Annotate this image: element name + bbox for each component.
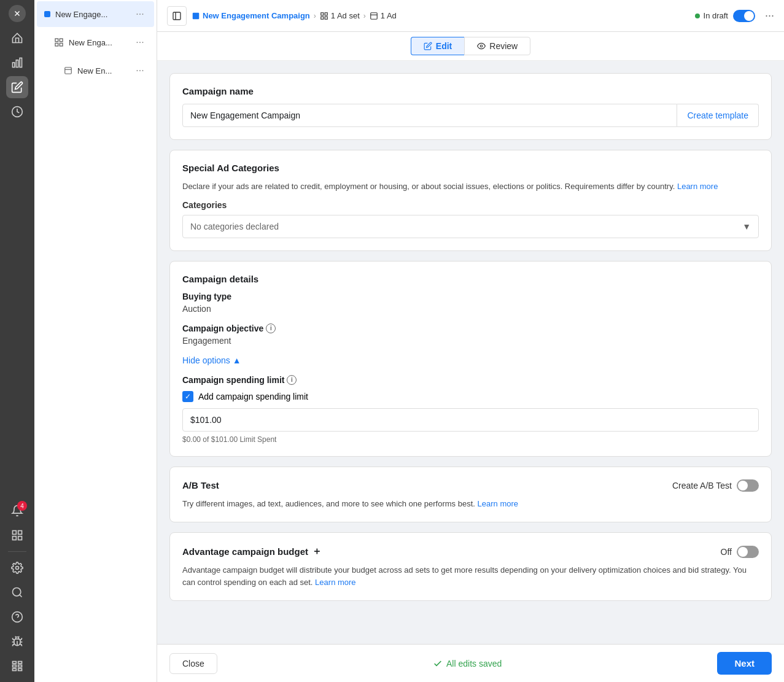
campaign-breadcrumb-icon bbox=[192, 12, 200, 20]
svg-rect-29 bbox=[193, 12, 200, 19]
saved-status: All edits saved bbox=[433, 659, 502, 668]
svg-rect-17 bbox=[13, 665, 17, 667]
review-tab[interactable]: Review bbox=[464, 37, 530, 55]
next-button[interactable]: Next bbox=[717, 652, 772, 675]
campaign-toggle[interactable] bbox=[733, 10, 755, 22]
adset-nav-icon bbox=[54, 37, 64, 47]
create-template-button[interactable]: Create template bbox=[677, 104, 759, 127]
topbar-more-button[interactable]: ··· bbox=[765, 9, 774, 22]
saved-checkmark-icon bbox=[433, 659, 443, 668]
spending-limit-checkbox-label: Add campaign spending limit bbox=[198, 392, 308, 401]
close-sidebar-button[interactable] bbox=[9, 5, 26, 22]
campaign-name-title: Campaign name bbox=[182, 86, 759, 96]
nav-panel: New Engage... ··· New Enga... ··· New En… bbox=[34, 0, 157, 682]
panel-toggle-button[interactable] bbox=[167, 6, 187, 26]
campaign-objective-row: Campaign objective i Engagement bbox=[182, 324, 759, 346]
hide-options-chevron: ▲ bbox=[233, 355, 241, 365]
spending-limit-input[interactable] bbox=[182, 408, 759, 432]
edit-tab[interactable]: Edit bbox=[411, 37, 464, 55]
breadcrumb-adset[interactable]: 1 Ad set bbox=[320, 11, 360, 20]
campaign-name-input-group: Create template bbox=[182, 104, 759, 127]
svg-rect-23 bbox=[55, 43, 58, 46]
close-button[interactable]: Close bbox=[169, 653, 217, 674]
advantage-toggle-knob bbox=[738, 547, 748, 557]
advantage-off-label: Off bbox=[721, 547, 732, 557]
analytics-icon-button[interactable] bbox=[6, 52, 28, 74]
advantage-budget-description: Advantage campaign budget will distribut… bbox=[182, 564, 759, 588]
campaign-nav-more[interactable]: ··· bbox=[133, 7, 147, 21]
settings-icon-button[interactable] bbox=[6, 557, 28, 579]
campaign-objective-value: Engagement bbox=[182, 336, 759, 346]
main-content: New Engagement Campaign › 1 Ad set › 1 A… bbox=[157, 0, 784, 682]
svg-rect-32 bbox=[321, 17, 324, 19]
nav-item-campaign[interactable]: New Engage... ··· bbox=[37, 1, 154, 27]
notifications-icon-button[interactable]: 4 bbox=[6, 500, 28, 522]
status-dot bbox=[695, 14, 700, 18]
buying-type-label: Buying type bbox=[182, 292, 759, 301]
campaign-nav-label: New Engage... bbox=[55, 10, 128, 19]
svg-rect-15 bbox=[13, 662, 17, 664]
categories-label: Categories bbox=[182, 200, 759, 210]
breadcrumb-campaign[interactable]: New Engagement Campaign bbox=[192, 11, 310, 20]
status-indicator: In draft bbox=[695, 11, 728, 20]
ad-breadcrumb-icon bbox=[370, 12, 378, 20]
ab-test-toggle[interactable] bbox=[737, 479, 759, 492]
campaign-name-card: Campaign name Create template bbox=[169, 73, 772, 140]
objective-info-icon[interactable]: i bbox=[266, 324, 276, 333]
svg-rect-25 bbox=[65, 68, 72, 74]
special-ad-learn-more[interactable]: Learn more bbox=[677, 182, 718, 191]
adset-nav-more[interactable]: ··· bbox=[133, 36, 147, 49]
campaign-nav-dot bbox=[44, 11, 50, 17]
breadcrumb-sep-1: › bbox=[314, 12, 316, 20]
status-label: In draft bbox=[704, 11, 728, 20]
bookmark-icon-button[interactable] bbox=[6, 655, 28, 677]
advantage-budget-toggle[interactable] bbox=[737, 546, 759, 558]
ad-nav-icon bbox=[64, 66, 72, 75]
advantage-learn-more[interactable]: Learn more bbox=[315, 578, 355, 587]
advantage-budget-title: Advantage campaign budget ＋ bbox=[182, 545, 322, 558]
adset-breadcrumb-label: 1 Ad set bbox=[331, 11, 360, 20]
special-ad-title: Special Ad Categories bbox=[182, 163, 759, 173]
svg-rect-22 bbox=[60, 39, 63, 42]
svg-point-11 bbox=[13, 588, 21, 596]
svg-rect-27 bbox=[173, 12, 180, 20]
campaign-breadcrumb-label: New Engagement Campaign bbox=[203, 11, 310, 20]
ab-test-card: A/B Test Create A/B Test Try different i… bbox=[169, 467, 772, 523]
campaign-name-field[interactable] bbox=[182, 104, 677, 127]
help-icon-button[interactable] bbox=[6, 606, 28, 628]
svg-point-10 bbox=[16, 567, 19, 570]
ab-test-toggle-knob bbox=[738, 481, 748, 490]
nav-item-adset[interactable]: New Enga... ··· bbox=[37, 29, 154, 55]
ab-learn-more[interactable]: Learn more bbox=[478, 499, 518, 508]
breadcrumb: New Engagement Campaign › 1 Ad set › 1 A… bbox=[192, 11, 397, 20]
campaign-details-card: Campaign details Buying type Auction Cam… bbox=[169, 261, 772, 457]
categories-select[interactable]: No categories declared ▼ bbox=[182, 215, 759, 238]
campaign-toggle-knob bbox=[744, 11, 754, 21]
advantage-budget-header: Advantage campaign budget ＋ Off bbox=[182, 545, 759, 558]
edit-icon-button[interactable] bbox=[6, 76, 28, 98]
spending-limit-checkbox[interactable] bbox=[182, 391, 193, 402]
svg-rect-9 bbox=[18, 537, 22, 540]
search-icon-button[interactable] bbox=[6, 581, 28, 603]
tab-bar: Edit Review bbox=[157, 32, 784, 61]
hide-options-link[interactable]: Hide options ▲ bbox=[182, 355, 241, 365]
grid-icon-button[interactable] bbox=[6, 524, 28, 546]
svg-rect-19 bbox=[13, 668, 17, 670]
campaign-objective-label: Campaign objective i bbox=[182, 324, 759, 333]
review-tab-icon bbox=[477, 42, 486, 50]
advantage-toggle-area: Off bbox=[721, 546, 759, 558]
buying-type-row: Buying type Auction bbox=[182, 292, 759, 314]
svg-rect-34 bbox=[371, 12, 378, 19]
home-icon-button[interactable] bbox=[6, 27, 28, 49]
history-icon-button[interactable] bbox=[6, 101, 28, 123]
bug-icon-button[interactable] bbox=[6, 630, 28, 653]
spending-limit-info-icon[interactable]: i bbox=[287, 375, 297, 385]
nav-item-ad[interactable]: New En... ··· bbox=[37, 58, 154, 83]
svg-rect-18 bbox=[18, 665, 22, 667]
svg-rect-8 bbox=[13, 537, 17, 540]
breadcrumb-ad[interactable]: 1 Ad bbox=[370, 11, 397, 20]
ab-test-create-label: Create A/B Test bbox=[672, 481, 732, 490]
ad-nav-more[interactable]: ··· bbox=[133, 64, 147, 77]
saved-label: All edits saved bbox=[446, 659, 502, 668]
adset-nav-label: New Enga... bbox=[69, 38, 128, 47]
